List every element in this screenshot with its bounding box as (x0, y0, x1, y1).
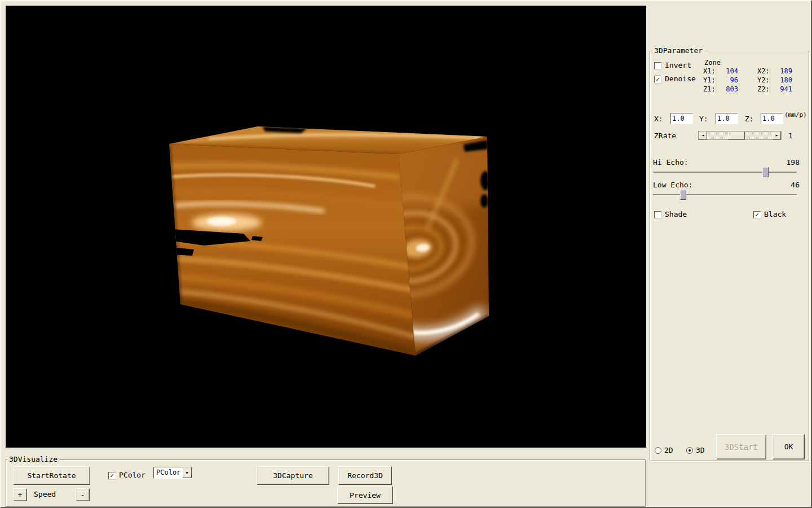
mode-2d-label: 2D (664, 446, 673, 454)
zone-z2-value: 941 (772, 85, 792, 93)
mode-2d-radio[interactable] (655, 447, 661, 454)
hi-echo-slider[interactable] (653, 167, 797, 178)
mode-3d-radio[interactable] (686, 447, 693, 454)
hi-echo-slider-thumb[interactable] (762, 167, 769, 177)
check-icon: ✓ (755, 212, 759, 218)
check-icon: ✓ (656, 76, 660, 82)
zone-x2-value: 189 (772, 67, 792, 75)
app-window: 3DParameter Invert ✓ Denoise Zone X1: 10… (0, 0, 812, 508)
shade-checkbox[interactable] (654, 211, 661, 218)
zone-x1-value: 104 (718, 67, 738, 75)
shade-label: Shade (665, 210, 687, 218)
hi-echo-value: 198 (787, 158, 800, 167)
zone-z1-label: Z1: (703, 85, 716, 93)
zrate-label: ZRate (654, 132, 676, 140)
invert-label: Invert (665, 61, 691, 69)
pcolor-dropdown[interactable]: PColor ▼ (153, 467, 192, 479)
record-3d-button[interactable]: Record3D (338, 466, 392, 485)
zrate-scroll-left-button[interactable]: ◄ (699, 132, 707, 139)
start-3d-button[interactable]: 3DStart (716, 434, 766, 459)
low-echo-slider-thumb[interactable] (680, 190, 686, 200)
zrate-scrollbar-thumb[interactable] (728, 132, 745, 139)
render-viewport[interactable] (6, 6, 646, 448)
scale-x-input[interactable] (670, 113, 693, 124)
scale-z-label: Z: (745, 115, 754, 123)
zone-title: Zone (704, 59, 721, 67)
pcolor-label: PColor (119, 471, 145, 479)
speed-minus-button[interactable]: - (76, 488, 90, 501)
mode-3d-label: 3D (696, 446, 705, 454)
chevron-down-icon: ▼ (186, 471, 188, 475)
speed-plus-button[interactable]: + (13, 488, 27, 501)
ok-button[interactable]: OK (773, 434, 805, 459)
capture-3d-button[interactable]: 3DCapture (257, 466, 329, 485)
scale-z-input[interactable] (761, 113, 783, 124)
hi-echo-label: Hi Echo: (653, 158, 689, 167)
denoise-label: Denoise (665, 75, 696, 83)
zone-x1-label: X1: (703, 67, 716, 75)
speed-label: Speed (34, 490, 56, 498)
pcolor-dropdown-button[interactable]: ▼ (182, 467, 192, 478)
pcolor-checkbox[interactable]: ✓ (108, 472, 116, 479)
black-checkbox[interactable]: ✓ (753, 211, 761, 218)
denoise-checkbox[interactable]: ✓ (654, 76, 661, 83)
radio-dot-icon (689, 449, 691, 452)
start-rotate-button[interactable]: StartRotate (13, 466, 90, 485)
zone-x2-label: X2: (757, 67, 770, 75)
scroll-left-icon: ◄ (701, 133, 704, 138)
zone-y2-value: 180 (772, 76, 792, 84)
scale-y-input[interactable] (716, 113, 738, 124)
zrate-scrollbar[interactable]: ◄ ► (698, 131, 782, 140)
zone-y1-label: Y1: (703, 76, 716, 84)
low-echo-slider[interactable] (653, 189, 797, 200)
zone-y2-label: Y2: (757, 76, 770, 84)
low-echo-slider-track[interactable] (653, 194, 797, 195)
invert-checkbox[interactable] (654, 62, 661, 69)
parameter-groupbox: 3DParameter Invert ✓ Denoise Zone X1: 10… (650, 51, 809, 461)
scale-x-label: X: (654, 115, 663, 123)
check-icon: ✓ (110, 472, 114, 479)
scale-unit-label: (mm/p) (784, 111, 807, 119)
scale-y-label: Y: (699, 115, 708, 123)
zone-y1-value: 96 (718, 76, 738, 84)
parameter-panel-title: 3DParameter (652, 46, 704, 55)
low-echo-label: Low Echo: (653, 181, 692, 189)
low-echo-value: 46 (791, 181, 800, 189)
volume-render (6, 6, 646, 448)
zone-z2-label: Z2: (757, 85, 770, 93)
hi-echo-slider-track[interactable] (653, 172, 797, 173)
pcolor-dropdown-value: PColor (156, 468, 180, 476)
black-label: Black (764, 210, 786, 218)
scroll-right-icon: ► (775, 133, 778, 138)
zone-z1-value: 803 (718, 85, 738, 93)
visualize-panel-title: 3DVisualize (7, 455, 59, 463)
visualize-groupbox: 3DVisualize StartRotate ✓ PColor PColor … (6, 459, 646, 507)
zrate-scroll-right-button[interactable]: ► (773, 132, 781, 139)
preview-button[interactable]: Preview (337, 486, 393, 504)
zrate-value: 1 (788, 132, 793, 140)
